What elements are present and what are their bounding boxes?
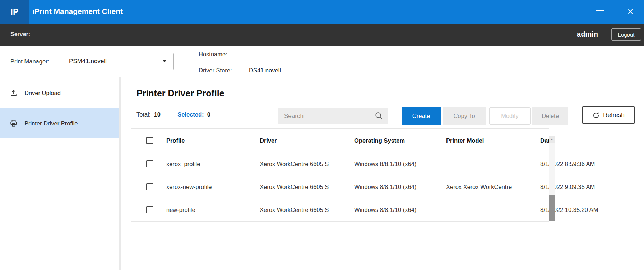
print-manager-label: Print Manager: — [10, 46, 49, 77]
logout-button[interactable]: Logout — [611, 28, 641, 41]
printer-icon — [10, 119, 18, 127]
column-header-driver[interactable]: Driver — [260, 129, 334, 152]
cell-printer-model — [446, 152, 536, 175]
sidebar-item-driver-upload[interactable]: Driver Upload — [0, 78, 119, 108]
print-manager-dropdown[interactable]: PSM41.novell — [64, 53, 174, 70]
table-row[interactable]: xerox_profile Xerox WorkCentre 6605 S Wi… — [131, 152, 549, 176]
cell-profile: xerox_profile — [166, 152, 200, 175]
search-input[interactable] — [283, 108, 371, 125]
sidebar: Driver Upload Printer Driver Profile — [0, 77, 119, 270]
app-logo: IP — [0, 0, 29, 24]
print-manager-value: PSM41.novell — [69, 53, 107, 69]
cell-operating-system: Windows 8/8.1/10 (x64) — [354, 198, 416, 221]
cell-printer-model: Xerox Xerox WorkCentre — [446, 175, 536, 198]
chevron-down-icon — [163, 60, 166, 62]
title-bar: IP iPrint Management Client ✕ — [0, 0, 644, 24]
total-value: 10 — [154, 111, 161, 118]
logged-in-user: admin — [542, 24, 598, 46]
cell-profile: new-profile — [166, 198, 195, 221]
cell-printer-model — [446, 198, 536, 221]
row-checkbox[interactable] — [146, 160, 153, 167]
delete-button[interactable]: Delete — [532, 107, 568, 125]
select-all-checkbox[interactable] — [146, 137, 153, 144]
total-label: Total: — [136, 111, 150, 118]
table-header-row: Profile Driver Operating System Printer … — [131, 129, 549, 153]
refresh-label: Refresh — [603, 112, 625, 119]
refresh-button[interactable]: Refresh — [582, 106, 635, 124]
server-label: Server: — [10, 24, 30, 46]
modify-button[interactable]: Modify — [489, 107, 531, 125]
row-checkbox[interactable] — [146, 183, 153, 190]
cell-operating-system: Windows 8/8.1/10 (x64) — [354, 175, 416, 198]
cell-driver: Xerox WorkCentre 6605 S — [260, 175, 334, 198]
hostname-label: Hostname: — [199, 49, 227, 59]
page-title: Printer Driver Profile — [136, 88, 224, 99]
row-checkbox[interactable] — [146, 206, 153, 213]
refresh-icon — [592, 112, 600, 119]
cell-date: 8/1/2022 9:09:35 AM — [540, 175, 595, 198]
driver-store-value: DS41.novell — [249, 66, 281, 75]
close-icon[interactable]: ✕ — [625, 6, 636, 17]
counts-row: Total: 10 Selected: 0 — [136, 111, 210, 118]
table-scrollbar: ▲ — [549, 136, 555, 221]
cell-date: 8/1/2022 8:59:36 AM — [540, 152, 595, 175]
user-divider — [607, 27, 607, 37]
selected-value: 0 — [207, 111, 210, 118]
upload-icon — [10, 89, 18, 97]
column-header-profile[interactable]: Profile — [166, 129, 185, 152]
search-box — [278, 108, 388, 124]
cell-operating-system: Windows 8/8.1/10 (x64) — [354, 152, 416, 175]
create-button[interactable]: Create — [402, 107, 441, 125]
table-row[interactable]: xerox-new-profile Xerox WorkCentre 6605 … — [131, 175, 549, 199]
selected-label: Selected: — [177, 111, 204, 118]
scroll-up-icon[interactable]: ▲ — [549, 136, 555, 143]
printer-driver-profile-table: Profile Driver Operating System Printer … — [131, 128, 549, 129]
sidebar-item-printer-driver-profile[interactable]: Printer Driver Profile — [0, 108, 119, 138]
app-logo-text: IP — [10, 7, 19, 17]
search-icon[interactable] — [375, 112, 383, 120]
server-bar: Server: admin — [0, 24, 644, 46]
top-panel: Print Manager: PSM41.novell Hostname: Dr… — [0, 46, 644, 77]
sidebar-item-label: Driver Upload — [24, 90, 61, 96]
table-row[interactable]: new-profile Xerox WorkCentre 6605 S Wind… — [131, 198, 549, 222]
column-header-operating-system[interactable]: Operating System — [354, 129, 405, 152]
sidebar-item-label: Printer Driver Profile — [24, 120, 78, 127]
copy-to-button[interactable]: Copy To — [443, 107, 486, 125]
cell-driver: Xerox WorkCentre 6605 S — [260, 152, 334, 175]
driver-store-label: Driver Store: — [199, 66, 232, 75]
cell-profile: xerox-new-profile — [166, 175, 212, 198]
panel-divider — [194, 46, 194, 77]
app-title: iPrint Management Client — [32, 0, 123, 24]
cell-driver: Xerox WorkCentre 6605 S — [260, 198, 334, 221]
column-header-printer-model[interactable]: Printer Model — [446, 129, 536, 152]
sidebar-scrollbar[interactable] — [119, 77, 121, 270]
minimize-icon[interactable] — [596, 10, 604, 11]
scrollbar-thumb[interactable] — [549, 195, 555, 221]
